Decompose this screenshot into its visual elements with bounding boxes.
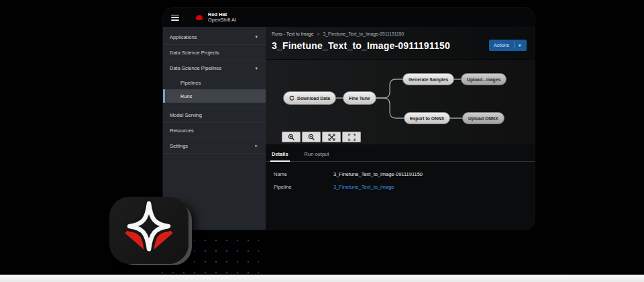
sidebar-item-label: Runs — [180, 93, 193, 99]
openshift-ai-window: Red Hat OpenShift AI Applications ▾ Data… — [163, 8, 535, 230]
page: Red Hat OpenShift AI Applications ▾ Data… — [0, 0, 644, 282]
pipeline-node-upload-onnx[interactable]: Upload ONNX — [462, 112, 504, 124]
sync-icon — [289, 95, 294, 101]
openshift-ai-app-icon — [109, 197, 189, 264]
main-content: Runs - Text to Image > 3_Finetune_Text_t… — [266, 27, 535, 230]
zoom-in-button[interactable] — [282, 132, 301, 142]
detail-value: 3_Finetune_Text_to_image-0911191150 — [333, 171, 423, 177]
sidebar-item-pipelines[interactable]: Pipelines — [163, 76, 266, 89]
sidebar-divider — [163, 103, 266, 107]
sidebar-item-runs[interactable]: Runs — [163, 89, 266, 103]
sidebar-item-data-science-pipelines[interactable]: Data Science Pipelines ▾ — [163, 60, 266, 76]
pipeline-node-generate-samples[interactable]: Generate Samples — [402, 73, 454, 85]
pipeline-node-export-to-onnx[interactable]: Export to ONNX — [404, 112, 450, 124]
brand[interactable]: Red Hat OpenShift AI — [194, 12, 236, 23]
caret-down-icon: ▾ — [514, 42, 525, 49]
redhat-logo-icon — [194, 13, 205, 23]
pipeline-node-download-data[interactable]: Download Data — [283, 91, 336, 105]
sidebar-item-label: Data Science Pipelines — [170, 65, 221, 71]
sidebar-item-label: Model Serving — [170, 112, 202, 118]
pipeline-node-fine-tune[interactable]: Fine Tune — [343, 91, 376, 105]
chevron-down-icon: ▾ — [255, 34, 258, 40]
masthead: Red Hat OpenShift AI — [163, 8, 535, 27]
detail-label: Name — [274, 171, 333, 177]
sparkle-chevron-icon — [109, 197, 189, 264]
node-label: Fine Tune — [349, 96, 370, 101]
tabs: Details Run output — [266, 149, 535, 162]
pipeline-graph: Download Data Fine Tune Generate Samples… — [266, 59, 535, 144]
node-label: Download Data — [297, 96, 330, 101]
sidebar-item-data-science-projects[interactable]: Data Science Projects — [163, 45, 266, 60]
chevron-right-icon: ▸ — [255, 143, 258, 148]
sidebar-item-label: Data Science Projects — [170, 50, 219, 56]
sidebar-item-settings[interactable]: Settings ▸ — [163, 138, 266, 154]
page-header: Runs - Text to Image > 3_Finetune_Text_t… — [266, 27, 535, 59]
sidebar-item-model-serving[interactable]: Model Serving — [163, 107, 266, 123]
sidebar-item-label: Pipelines — [180, 80, 201, 86]
sidebar-item-label: Resources — [170, 128, 194, 134]
run-details-section: Details Run output Name 3_Finetune_Text_… — [266, 144, 535, 230]
actions-button-label: Actions — [489, 43, 514, 48]
graph-toolbar — [282, 132, 361, 142]
zoom-out-button[interactable] — [302, 132, 321, 142]
sidebar-item-label: Settings — [170, 143, 188, 149]
actions-button[interactable]: Actions ▾ — [489, 40, 527, 51]
breadcrumb-link-runs[interactable]: Runs - Text to Image — [272, 32, 314, 36]
node-label: Upload...mages — [467, 77, 500, 82]
node-label: Generate Samples — [409, 77, 448, 82]
sidebar-item-applications[interactable]: Applications ▾ — [163, 30, 266, 45]
menu-icon[interactable] — [171, 15, 179, 21]
fit-to-screen-button[interactable] — [342, 132, 361, 142]
breadcrumb: Runs - Text to Image > 3_Finetune_Text_t… — [272, 32, 527, 36]
chevron-down-icon: ▾ — [255, 66, 258, 71]
pipeline-link[interactable]: 3_Finetune_Text_to_image — [333, 184, 394, 190]
pipeline-node-upload-images[interactable]: Upload...mages — [461, 73, 506, 85]
bottom-edge-strip — [0, 275, 644, 282]
breadcrumb-current: 3_Finetune_Text_to_Image-0911191150 — [323, 32, 404, 36]
expand-arrows-button[interactable] — [322, 132, 341, 142]
page-title: 3_Finetune_Text_to_Image-0911191150 — [272, 40, 450, 51]
detail-label: Pipeline — [274, 184, 333, 190]
node-label: Upload ONNX — [468, 116, 498, 121]
sidebar-item-resources[interactable]: Resources — [163, 123, 266, 138]
detail-row-pipeline: Pipeline 3_Finetune_Text_to_image — [274, 181, 535, 193]
details-panel: Name 3_Finetune_Text_to_image-0911191150… — [266, 162, 535, 193]
breadcrumb-separator-icon: > — [317, 32, 320, 36]
tab-run-output[interactable]: Run output — [303, 149, 331, 161]
brand-line2: OpenShift AI — [208, 17, 236, 23]
tab-details[interactable]: Details — [270, 149, 290, 162]
sidebar-item-label: Applications — [170, 34, 197, 40]
detail-row-name: Name 3_Finetune_Text_to_image-0911191150 — [274, 168, 535, 181]
node-label: Export to ONNX — [410, 116, 444, 121]
